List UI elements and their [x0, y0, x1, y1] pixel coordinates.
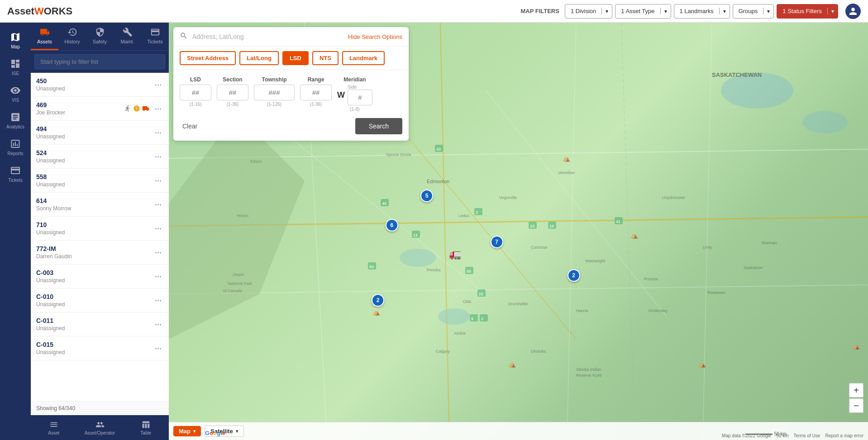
user-avatar[interactable]	[845, 4, 861, 19]
hide-search-link[interactable]: Hide Search Options	[348, 33, 402, 40]
svg-text:Hinton: Hinton	[237, 213, 248, 218]
svg-point-14	[400, 249, 436, 267]
svg-line-4	[440, 23, 449, 440]
list-item[interactable]: C-015 Unassigned ···	[31, 336, 169, 360]
tab-safety[interactable]: Safety	[86, 23, 114, 50]
sidebar-item-tickets[interactable]: Tickets	[0, 161, 31, 187]
sidebar-item-map[interactable]: Map	[0, 27, 31, 54]
tab-maint[interactable]: Maint.	[114, 23, 141, 50]
google-logo: Google	[205, 430, 225, 436]
asset-filter-input[interactable]	[34, 54, 165, 69]
svg-rect-62	[480, 314, 488, 322]
clear-button[interactable]: Clear	[180, 120, 200, 132]
svg-text:SASKATCHEWAN: SASKATCHEWAN	[712, 71, 762, 78]
lsd-form-actions: Clear Search	[180, 118, 402, 134]
map-marker[interactable]: 2	[568, 269, 580, 282]
lsd-button[interactable]: LSD	[282, 51, 309, 65]
status-filter[interactable]: 1 Status Filters ▾	[777, 4, 838, 19]
asset-info: 614 Sonny Morrow	[36, 197, 149, 212]
more-options-button[interactable]: ···	[153, 247, 163, 258]
asset-type-filter-arrow[interactable]: ▾	[661, 8, 671, 14]
list-item[interactable]: C-010 Unassigned ···	[31, 289, 169, 312]
tab-assets[interactable]: Assets	[31, 23, 58, 50]
meridian-side-label: Side	[348, 85, 372, 90]
more-options-button[interactable]: ···	[153, 223, 163, 234]
sidebar-item-vis[interactable]: VIS	[0, 80, 31, 107]
search-button[interactable]: Search	[355, 118, 402, 134]
division-filter-arrow[interactable]: ▾	[602, 8, 612, 14]
zoom-out-button[interactable]: −	[849, 398, 863, 413]
asset-name: Unassigned	[36, 133, 149, 140]
list-item[interactable]: 469 Joe Brocker ···	[31, 97, 169, 121]
range-input[interactable]	[300, 85, 332, 100]
sidebar-item-vis-label: VIS	[12, 98, 19, 103]
search-overlay: Hide Search Options Street Address Lat/L…	[173, 27, 409, 141]
more-options-button[interactable]: ···	[153, 103, 163, 114]
map-area[interactable]: Edmonton Spruce Grove Leduc Vegreville V…	[169, 23, 868, 440]
list-item[interactable]: 524 Unassigned ···	[31, 145, 169, 169]
asset-info: 524 Unassigned	[36, 149, 149, 164]
list-item[interactable]: 772-IM Darren Gaudin ···	[31, 241, 169, 265]
more-options-button[interactable]: ···	[153, 127, 163, 138]
lsd-fields: LSD (1-16) Section (1-36) Township (1-12…	[180, 76, 402, 112]
address-search-input[interactable]	[192, 33, 343, 40]
map-marker[interactable]: 2	[372, 294, 384, 307]
list-item[interactable]: 710 Unassigned ···	[31, 217, 169, 241]
svg-text:13: 13	[530, 224, 534, 228]
street-address-button[interactable]: Street Address	[180, 51, 236, 65]
list-item[interactable]: 494 Unassigned ···	[31, 121, 169, 145]
svg-text:Unity: Unity	[703, 245, 712, 250]
satellite-dropdown-arrow: ▾	[236, 429, 238, 434]
section-hint: (1-36)	[227, 102, 239, 107]
division-filter[interactable]: 1 Division ▾	[565, 4, 612, 19]
map-view-button[interactable]: Map ▾	[173, 426, 201, 436]
svg-line-10	[621, 23, 635, 440]
map-marker[interactable]: 7	[491, 236, 503, 248]
list-item[interactable]: 558 Unassigned ···	[31, 169, 169, 193]
more-options-button[interactable]: ···	[153, 271, 163, 282]
more-options-button[interactable]: ···	[153, 151, 163, 162]
asset-name: Joe Brocker	[36, 109, 124, 116]
status-filter-arrow[interactable]: ▾	[828, 8, 838, 14]
map-marker[interactable]: 6	[386, 219, 398, 232]
lat-long-button[interactable]: Lat/Long	[239, 51, 279, 65]
sidebar-item-reports[interactable]: Reports	[0, 134, 31, 161]
svg-text:⛺: ⛺	[508, 360, 516, 368]
svg-text:Lloydminster: Lloydminster	[662, 195, 685, 200]
map-marker[interactable]: 5	[420, 189, 433, 202]
sidebar-item-analytics[interactable]: Analytics	[0, 107, 31, 134]
bottom-tab-table[interactable]: Table	[123, 415, 169, 440]
tab-history[interactable]: History	[58, 23, 86, 50]
more-options-button[interactable]: ···	[153, 175, 163, 186]
more-options-button[interactable]: ···	[153, 343, 163, 354]
meridian-label: Meridian	[343, 76, 366, 83]
list-item[interactable]: 614 Sonny Morrow ···	[31, 193, 169, 217]
more-options-button[interactable]: ···	[153, 319, 163, 330]
status-filter-label: 1 Status Filters	[777, 8, 828, 14]
landmarks-filter[interactable]: 1 Landmarks ▾	[674, 4, 730, 19]
township-input[interactable]	[254, 85, 295, 100]
groups-filter-arrow[interactable]: ▾	[763, 8, 773, 14]
sidebar-item-ise[interactable]: ISE	[0, 54, 31, 80]
bottom-tab-asset-operator[interactable]: Asset/Operator	[77, 415, 123, 440]
landmark-button[interactable]: Landmark	[342, 51, 385, 65]
tab-tickets[interactable]: Tickets	[141, 23, 169, 50]
zoom-in-button[interactable]: +	[849, 383, 863, 397]
bottom-tab-asset[interactable]: Asset	[31, 415, 77, 440]
meridian-input[interactable]	[348, 90, 372, 105]
svg-text:Rosetown: Rosetown	[707, 290, 725, 295]
svg-text:40: 40	[382, 201, 386, 206]
more-options-button[interactable]: ···	[153, 199, 163, 210]
asset-type-filter[interactable]: 1 Asset Type ▾	[615, 4, 671, 19]
list-item[interactable]: 450 Unassigned ···	[31, 73, 169, 97]
section-input[interactable]	[217, 85, 248, 100]
more-options-button[interactable]: ···	[153, 79, 163, 90]
list-item[interactable]: C-003 Unassigned ···	[31, 265, 169, 289]
lsd-input[interactable]	[180, 85, 211, 100]
list-item[interactable]: C-011 Unassigned ···	[31, 312, 169, 336]
more-options-button[interactable]: ···	[153, 295, 163, 306]
nts-button[interactable]: NTS	[312, 51, 339, 65]
groups-filter[interactable]: Groups ▾	[733, 4, 774, 19]
landmarks-filter-arrow[interactable]: ▾	[720, 8, 730, 14]
map-marker-truck[interactable]: 🚛	[448, 248, 461, 260]
